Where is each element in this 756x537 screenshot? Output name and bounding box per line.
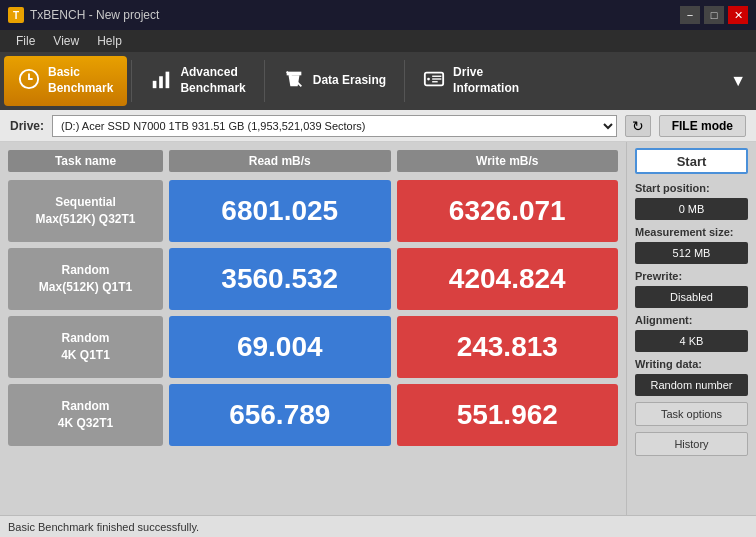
toolbar-sep-2 (264, 60, 265, 102)
toolbar-btn-drive[interactable]: DriveInformation (409, 56, 533, 106)
status-bar: Basic Benchmark finished successfully. (0, 515, 756, 537)
minimize-button[interactable]: − (680, 6, 700, 24)
task-name-4: Random4K Q32T1 (8, 384, 163, 446)
svg-rect-3 (166, 71, 170, 88)
advanced-benchmark-label: AdvancedBenchmark (180, 65, 245, 96)
window-title: TxBENCH - New project (30, 8, 159, 22)
read-val-4: 656.789 (169, 384, 391, 446)
start-position-label: Start position: (635, 182, 748, 194)
header-task: Task name (8, 150, 163, 172)
svg-point-6 (427, 77, 430, 80)
menu-bar: File View Help (0, 30, 756, 52)
toolbar-btn-basic[interactable]: BasicBenchmark (4, 56, 127, 106)
write-val-3: 243.813 (397, 316, 619, 378)
svg-rect-2 (160, 76, 164, 88)
data-erasing-label: Data Erasing (313, 73, 386, 89)
read-val-1: 6801.025 (169, 180, 391, 242)
title-bar: T TxBENCH - New project − □ ✕ (0, 0, 756, 30)
bench-header: Task name Read mB/s Write mB/s (8, 150, 618, 172)
read-val-2: 3560.532 (169, 248, 391, 310)
task-name-1: SequentialMax(512K) Q32T1 (8, 180, 163, 242)
toolbar-sep-3 (404, 60, 405, 102)
dropdown-arrow-icon: ▼ (730, 72, 746, 90)
task-options-button[interactable]: Task options (635, 402, 748, 426)
alignment-label: Alignment: (635, 314, 748, 326)
menu-file[interactable]: File (8, 32, 43, 50)
start-position-value[interactable]: 0 MB (635, 198, 748, 220)
basic-benchmark-icon (18, 68, 40, 95)
header-read: Read mB/s (169, 150, 391, 172)
toolbar-sep-1 (131, 60, 132, 102)
status-text: Basic Benchmark finished successfully. (8, 521, 199, 533)
history-button[interactable]: History (635, 432, 748, 456)
write-val-1: 6326.071 (397, 180, 619, 242)
header-write: Write mB/s (397, 150, 619, 172)
measurement-size-value[interactable]: 512 MB (635, 242, 748, 264)
write-val-4: 551.962 (397, 384, 619, 446)
file-mode-button[interactable]: FILE mode (659, 115, 746, 137)
writing-data-label: Writing data: (635, 358, 748, 370)
drive-refresh-button[interactable]: ↻ (625, 115, 651, 137)
measurement-size-label: Measurement size: (635, 226, 748, 238)
bench-row-2: RandomMax(512K) Q1T1 3560.532 4204.824 (8, 248, 618, 310)
bench-row-1: SequentialMax(512K) Q32T1 6801.025 6326.… (8, 180, 618, 242)
bench-row-3: Random4K Q1T1 69.004 243.813 (8, 316, 618, 378)
alignment-value[interactable]: 4 KB (635, 330, 748, 352)
bench-panel: Task name Read mB/s Write mB/s Sequentia… (0, 142, 626, 515)
start-button[interactable]: Start (635, 148, 748, 174)
window-controls: − □ ✕ (680, 6, 748, 24)
read-val-3: 69.004 (169, 316, 391, 378)
toolbar-btn-erase[interactable]: Data Erasing (269, 56, 400, 106)
prewrite-value[interactable]: Disabled (635, 286, 748, 308)
bench-row-4: Random4K Q32T1 656.789 551.962 (8, 384, 618, 446)
toolbar-dropdown[interactable]: ▼ (724, 56, 752, 106)
app-icon: T (8, 7, 24, 23)
close-button[interactable]: ✕ (728, 6, 748, 24)
task-name-2: RandomMax(512K) Q1T1 (8, 248, 163, 310)
svg-rect-1 (153, 80, 157, 87)
prewrite-label: Prewrite: (635, 270, 748, 282)
drive-label: Drive: (10, 119, 44, 133)
toolbar: BasicBenchmark AdvancedBenchmark Data Er… (0, 52, 756, 110)
drive-select[interactable]: (D:) Acer SSD N7000 1TB 931.51 GB (1,953… (52, 115, 617, 137)
right-panel: Start Start position: 0 MB Measurement s… (626, 142, 756, 515)
toolbar-btn-advanced[interactable]: AdvancedBenchmark (136, 56, 259, 106)
drive-information-label: DriveInformation (453, 65, 519, 96)
write-val-2: 4204.824 (397, 248, 619, 310)
data-erasing-icon (283, 68, 305, 95)
maximize-button[interactable]: □ (704, 6, 724, 24)
task-name-3: Random4K Q1T1 (8, 316, 163, 378)
basic-benchmark-label: BasicBenchmark (48, 65, 113, 96)
drive-information-icon (423, 68, 445, 95)
menu-view[interactable]: View (45, 32, 87, 50)
writing-data-value[interactable]: Random number (635, 374, 748, 396)
title-bar-left: T TxBENCH - New project (8, 7, 159, 23)
advanced-benchmark-icon (150, 68, 172, 95)
main-content: Task name Read mB/s Write mB/s Sequentia… (0, 142, 756, 515)
menu-help[interactable]: Help (89, 32, 130, 50)
drive-bar: Drive: (D:) Acer SSD N7000 1TB 931.51 GB… (0, 110, 756, 142)
